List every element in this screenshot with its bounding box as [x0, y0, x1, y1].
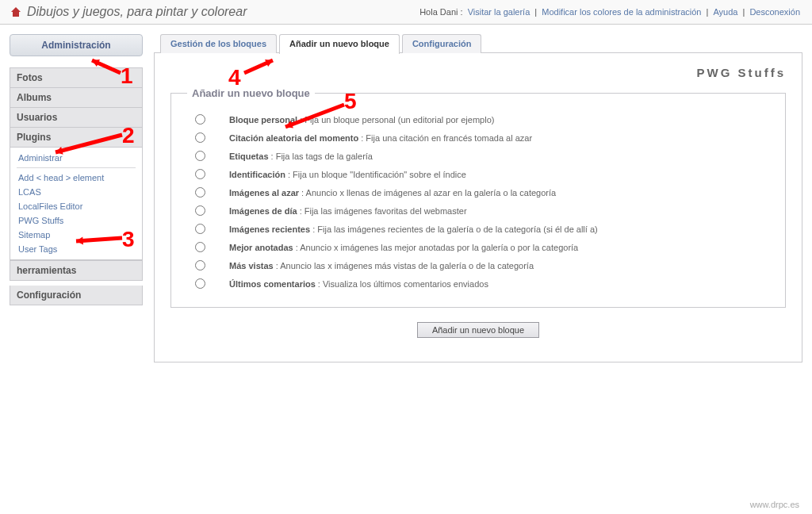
- block-row: Imágenes recientes : Fija las imágenes r…: [187, 220, 769, 238]
- block-label: Mejor anotadas : Anuncio x imágenes las …: [229, 243, 578, 252]
- home-icon[interactable]: [10, 6, 22, 18]
- sidebar-plugins-list: Administrar Add < head > element LCAS Lo…: [10, 148, 143, 260]
- block-title: Citación aleatoria del momento: [229, 133, 358, 143]
- tabs: Gestión de los bloques Añadir un nuevo b…: [160, 34, 802, 53]
- panel: PWG Stuffs Añadir un nuevo bloque Bloque…: [154, 52, 802, 362]
- block-radio[interactable]: [195, 114, 205, 125]
- block-radio[interactable]: [195, 169, 205, 179]
- block-radio[interactable]: [195, 187, 205, 198]
- sidebar-item-lcas[interactable]: LCAS: [10, 185, 142, 199]
- sidebar-section-configuracion[interactable]: Configuración: [10, 286, 143, 305]
- block-radio[interactable]: [195, 260, 205, 270]
- block-label: Imágenes al azar : Anuncio x llenas de i…: [229, 188, 556, 198]
- sidebar-section-usuarios[interactable]: Usuarios: [10, 108, 143, 128]
- sidebar: Administración Fotos Albums Usuarios Plu…: [10, 34, 143, 362]
- block-row: Citación aleatoria del momento : Fija un…: [187, 128, 769, 147]
- block-radio[interactable]: [195, 278, 205, 289]
- header: Dibujos y juegos, para pintar y colorear…: [0, 0, 812, 25]
- sidebar-section-plugins[interactable]: Plugins: [10, 128, 143, 148]
- block-label: Bloque personal : Fija un bloque persona…: [229, 115, 494, 125]
- block-label: Etiquetas : Fija las tags de la galería: [229, 152, 373, 161]
- block-row: Bloque personal : Fija un bloque persona…: [187, 110, 769, 128]
- greeting: Hola Dani: [419, 7, 458, 17]
- block-label: Citación aleatoria del momento : Fija un…: [229, 133, 532, 143]
- block-label: Más vistas : Anuncio las x imágenes más …: [229, 261, 534, 270]
- header-right: Hola Dani : Visitar la galería | Modific…: [419, 7, 802, 17]
- block-title: Imágenes de día: [229, 206, 297, 216]
- block-row: Identificación : Fija un bloque "Identif…: [187, 165, 769, 183]
- header-left: Dibujos y juegos, para pintar y colorear: [10, 5, 247, 19]
- block-row: Mejor anotadas : Anuncio x imágenes las …: [187, 238, 769, 256]
- block-title: Etiquetas: [229, 152, 269, 161]
- block-title: Más vistas: [229, 261, 274, 270]
- sidebar-item-pwg[interactable]: PWG Stuffs: [10, 213, 142, 228]
- sidebar-item-sitemap[interactable]: Sitemap: [10, 228, 142, 242]
- admin-button[interactable]: Administración: [10, 34, 143, 56]
- footer-text: www.drpc.es: [750, 500, 799, 509]
- block-radio[interactable]: [195, 132, 205, 143]
- block-title: Imágenes recientes: [229, 224, 310, 234]
- block-label: Imágenes de día : Fija las imágenes favo…: [229, 206, 467, 216]
- block-radio[interactable]: [195, 205, 205, 216]
- block-row: Imágenes al azar : Anuncio x llenas de i…: [187, 183, 769, 201]
- tab-blocks[interactable]: Gestión de los bloques: [160, 34, 277, 53]
- block-label: Identificación : Fija un bloque "Identif…: [229, 170, 466, 179]
- block-row: Imágenes de día : Fija las imágenes favo…: [187, 201, 769, 220]
- fieldset-legend: Añadir un nuevo bloque: [187, 87, 315, 99]
- link-gallery[interactable]: Visitar la galería: [468, 7, 530, 17]
- block-title: Imágenes al azar: [229, 188, 299, 198]
- block-label: Últimos comentarios : Visualiza los últi…: [229, 279, 488, 289]
- block-radio[interactable]: [195, 151, 205, 161]
- fieldset-add-block: Añadir un nuevo bloque Bloque personal :…: [170, 87, 786, 308]
- sidebar-item-admin[interactable]: Administrar: [10, 151, 142, 165]
- sidebar-item-head[interactable]: Add < head > element: [10, 171, 142, 185]
- block-radio[interactable]: [195, 242, 205, 252]
- main: Gestión de los bloques Añadir un nuevo b…: [154, 34, 802, 362]
- site-title: Dibujos y juegos, para pintar y colorear: [27, 5, 247, 19]
- sidebar-section-herramientas[interactable]: herramientas: [10, 260, 143, 281]
- block-label: Imágenes recientes : Fija las imágenes r…: [229, 224, 598, 234]
- link-admin-colors[interactable]: Modificar los colores de la administraci…: [542, 7, 701, 17]
- tab-addnew[interactable]: Añadir un nuevo bloque: [279, 34, 400, 54]
- link-logout[interactable]: Desconexión: [749, 7, 800, 17]
- block-row: Más vistas : Anuncio las x imágenes más …: [187, 256, 769, 274]
- sidebar-section-fotos[interactable]: Fotos: [10, 67, 143, 88]
- block-title: Últimos comentarios: [229, 279, 316, 289]
- sidebar-item-localfiles[interactable]: LocalFiles Editor: [10, 199, 142, 213]
- block-title: Mejor anotadas: [229, 243, 293, 252]
- block-row: Últimos comentarios : Visualiza los últi…: [187, 274, 769, 293]
- block-title: Bloque personal: [229, 115, 297, 125]
- sidebar-section-albums[interactable]: Albums: [10, 88, 143, 108]
- block-radio[interactable]: [195, 224, 205, 234]
- block-row: Etiquetas : Fija las tags de la galería: [187, 147, 769, 165]
- link-help[interactable]: Ayuda: [713, 7, 737, 17]
- panel-title: PWG Stuffs: [170, 66, 786, 79]
- sidebar-item-usertags[interactable]: User Tags: [10, 242, 142, 256]
- submit-button[interactable]: Añadir un nuevo bloque: [417, 322, 539, 338]
- tab-config[interactable]: Configuración: [402, 34, 482, 53]
- block-title: Identificación: [229, 170, 285, 179]
